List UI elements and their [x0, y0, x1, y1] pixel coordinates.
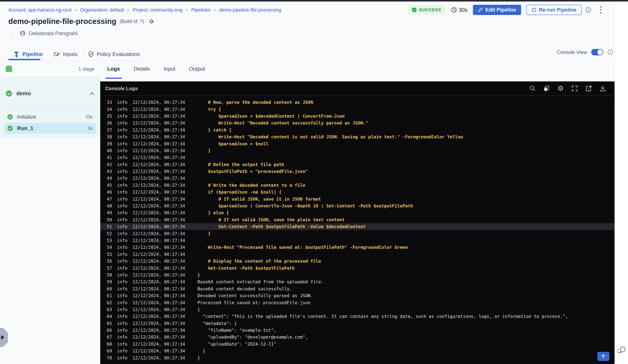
- log-message: Base64 content decoded successfully.: [197, 286, 292, 291]
- log-row[interactable]: 46 info 12/12/2024, 00:27:34 if ($parsed…: [100, 189, 615, 196]
- log-message: if ($parsedJson -ne $null) {: [197, 190, 282, 195]
- edit-pipeline-button[interactable]: Edit Pipeline: [473, 5, 521, 15]
- scroll-to-top-button[interactable]: [597, 352, 609, 361]
- log-message: $parsedJson = $decodedContent | ConvertF…: [197, 114, 345, 119]
- tab-output[interactable]: Output: [189, 66, 205, 72]
- console-title: Console Logs: [105, 86, 138, 91]
- log-row[interactable]: 36 info 12/12/2024, 00:27:34 Write-Host …: [100, 120, 615, 126]
- log-line-number: 64: [106, 314, 112, 319]
- log-row[interactable]: 69 info 12/12/2024, 00:27:34 }: [100, 348, 615, 354]
- log-row[interactable]: 39 info 12/12/2024, 00:27:34 $parsedJson…: [100, 140, 615, 147]
- log-row[interactable]: 47 info 12/12/2024, 00:27:34 # If valid …: [100, 196, 615, 202]
- fullscreen-icon[interactable]: [571, 85, 578, 92]
- breadcrumb-pipelines[interactable]: Pipelines: [191, 7, 210, 13]
- log-row[interactable]: 60 info 12/12/2024, 00:27:34 Base64 cont…: [100, 286, 615, 292]
- tab-inputs[interactable]: Inputs: [53, 51, 77, 57]
- author-indent-rail: [11, 28, 12, 41]
- log-line-number: 47: [106, 197, 112, 202]
- log-message: Decoded content successfully parsed as J…: [197, 293, 313, 298]
- log-row[interactable]: 54 info 12/12/2024, 00:27:34 Write-Host …: [100, 244, 615, 251]
- log-row[interactable]: 41 info 12/12/2024, 00:27:34: [100, 154, 615, 161]
- tab-policy-evaluations[interactable]: Policy Evaluations: [88, 51, 140, 57]
- stages-sidebar: 1 stage demo Initialize 23s: [0, 61, 100, 364]
- breadcrumb: Account: app-harness-ng-cicd > Organizat…: [8, 7, 281, 13]
- log-timestamp: 12/12/2024, 00:27:34: [133, 349, 189, 353]
- breadcrumb-current-pipeline[interactable]: demo-pipeline-file-processing: [219, 7, 281, 13]
- log-timestamp: 12/12/2024, 00:27:34: [133, 279, 189, 284]
- log-row[interactable]: 35 info 12/12/2024, 00:27:34 $parsedJson…: [100, 113, 615, 120]
- tab-input[interactable]: Input: [163, 66, 175, 72]
- log-row[interactable]: 34 info 12/12/2024, 00:27:34 try {: [100, 106, 615, 113]
- log-row[interactable]: 59 info 12/12/2024, 00:27:34 Base64 cont…: [100, 278, 615, 285]
- breadcrumb-separator: >: [75, 7, 77, 13]
- copy-icon[interactable]: [543, 85, 550, 92]
- log-level: info: [117, 293, 128, 298]
- rerun-info-icon[interactable]: [585, 7, 591, 13]
- log-row[interactable]: 33 info 12/12/2024, 00:27:34 # Now, pars…: [100, 99, 615, 106]
- log-row[interactable]: 67 info 12/12/2024, 00:27:34 "uploadedBy…: [100, 334, 615, 341]
- settings-gear-icon[interactable]: ⚙: [557, 85, 564, 92]
- search-icon[interactable]: [529, 85, 536, 92]
- log-row[interactable]: 65 info 12/12/2024, 00:27:34 "metadata":…: [100, 320, 615, 327]
- support-chat-icon[interactable]: [617, 346, 626, 355]
- pipeline-icon: [14, 51, 19, 57]
- tab-details[interactable]: Details: [134, 66, 150, 72]
- log-row[interactable]: 43 info 12/12/2024, 00:27:34 $outputFile…: [100, 168, 615, 175]
- rerun-pipeline-button[interactable]: Re-run Pipeline: [526, 5, 581, 15]
- log-level: info: [117, 148, 128, 153]
- log-row[interactable]: 70 info 12/12/2024, 00:27:34 }: [100, 354, 615, 361]
- log-level: info: [117, 128, 128, 133]
- breadcrumb-organization[interactable]: Organization: default: [80, 7, 124, 13]
- stage-row-demo[interactable]: demo: [0, 77, 100, 110]
- log-row[interactable]: 50 info 12/12/2024, 00:27:34 # If not va…: [100, 216, 615, 223]
- step-run-1[interactable]: Run_1 5s: [4, 123, 96, 134]
- step-initialize[interactable]: Initialize 23s: [4, 111, 96, 122]
- log-row[interactable]: 40 info 12/12/2024, 00:27:34 }: [100, 147, 615, 154]
- log-row[interactable]: 62 info 12/12/2024, 00:27:34 Processed f…: [100, 299, 615, 306]
- log-row[interactable]: 57 info 12/12/2024, 00:27:34 Get-Content…: [100, 265, 615, 271]
- log-message: } else {: [197, 210, 229, 215]
- log-row[interactable]: 48 info 12/12/2024, 00:27:34 $parsedJson…: [100, 203, 615, 209]
- log-message: }: [197, 349, 205, 353]
- log-level: info: [117, 245, 128, 250]
- duration-value: 30s: [459, 7, 468, 13]
- console-view-info-icon[interactable]: [608, 49, 613, 55]
- console-view-toggle[interactable]: [591, 49, 603, 55]
- log-row[interactable]: 51 info 12/12/2024, 00:27:34 Set-Content…: [100, 223, 615, 230]
- log-row[interactable]: 45 info 12/12/2024, 00:27:34 # Write the…: [100, 182, 615, 189]
- log-row[interactable]: 42 info 12/12/2024, 00:27:34 # Define th…: [100, 161, 615, 168]
- log-message: Write-Host "Decoded content is not valid…: [197, 134, 463, 139]
- log-line-number: 40: [106, 148, 112, 153]
- breadcrumb-account[interactable]: Account: app-harness-ng-cicd: [8, 7, 71, 13]
- log-row[interactable]: 66 info 12/12/2024, 00:27:34 "fileName":…: [100, 327, 615, 334]
- log-level: info: [117, 155, 128, 160]
- log-row[interactable]: 61 info 12/12/2024, 00:27:34 Decoded con…: [100, 292, 615, 299]
- log-row[interactable]: 56 info 12/12/2024, 00:27:34 # Display t…: [100, 258, 615, 265]
- log-row[interactable]: 55 info 12/12/2024, 00:27:34: [100, 251, 615, 258]
- log-timestamp: 12/12/2024, 00:27:34: [133, 300, 189, 305]
- log-row[interactable]: 63 info 12/12/2024, 00:27:34 {: [100, 306, 615, 313]
- log-row[interactable]: 52 info 12/12/2024, 00:27:34 }: [100, 230, 615, 237]
- log-row[interactable]: 49 info 12/12/2024, 00:27:34 } else {: [100, 209, 615, 216]
- open-in-new-icon[interactable]: [585, 85, 592, 92]
- tab-pipeline[interactable]: Pipeline: [14, 51, 43, 57]
- chevron-up-icon[interactable]: [90, 92, 94, 95]
- log-line-number: 67: [106, 335, 112, 340]
- log-row[interactable]: 64 info 12/12/2024, 00:27:34 "content": …: [100, 313, 615, 320]
- breadcrumb-project[interactable]: Project: community-eng: [133, 7, 183, 13]
- console-view-label: Console View: [557, 49, 587, 55]
- log-row[interactable]: 68 info 12/12/2024, 00:27:34 "uploadDate…: [100, 341, 615, 348]
- more-options-menu[interactable]: [599, 5, 603, 15]
- log-message: Set-Content -Path $outputFilePath -Value…: [197, 224, 366, 229]
- log-row[interactable]: 44 info 12/12/2024, 00:27:34: [100, 175, 615, 182]
- log-line-number: 36: [106, 121, 112, 126]
- log-row[interactable]: 38 info 12/12/2024, 00:27:34 Write-Host …: [100, 133, 615, 140]
- tab-logs[interactable]: Logs: [107, 66, 120, 72]
- log-row[interactable]: 53 info 12/12/2024, 00:27:34: [100, 237, 615, 244]
- log-row[interactable]: 58 info 12/12/2024, 00:27:34 }: [100, 272, 615, 278]
- log-line-number: 62: [106, 300, 112, 305]
- log-row[interactable]: 37 info 12/12/2024, 00:27:34 } catch {: [100, 127, 615, 133]
- log-message: Base64 content extracted from the upload…: [197, 279, 324, 284]
- download-icon[interactable]: [599, 85, 606, 92]
- log-level: info: [117, 217, 128, 222]
